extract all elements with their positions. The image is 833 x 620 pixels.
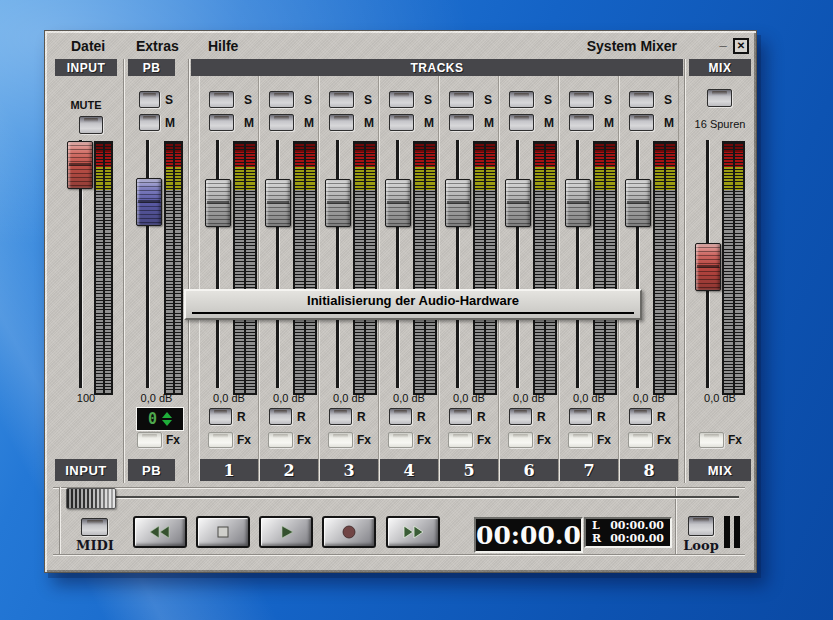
fx-button[interactable] — [328, 432, 353, 448]
fx-button[interactable] — [448, 432, 473, 448]
mute-button[interactable] — [79, 116, 103, 134]
record-arm-button[interactable] — [509, 408, 532, 425]
track-fader-handle[interactable] — [265, 179, 291, 227]
fx-button[interactable] — [699, 432, 724, 448]
solo-button[interactable] — [389, 91, 414, 108]
solo-button[interactable] — [629, 91, 654, 108]
stop-button[interactable] — [196, 516, 250, 548]
pb-fader-handle[interactable] — [136, 178, 162, 226]
track-fader-handle[interactable] — [565, 179, 591, 227]
mute-label: M — [604, 116, 614, 130]
track-fader-handle[interactable] — [445, 179, 471, 227]
track-db-label: 0,0 dB — [199, 392, 259, 404]
pb-spinner-value: 0 — [148, 410, 157, 428]
record-arm-label: R — [297, 410, 306, 424]
mute-button[interactable] — [139, 114, 160, 131]
record-icon — [336, 524, 362, 540]
solo-button[interactable] — [209, 91, 234, 108]
track-strip: S M 0,0 dB R Fx 5 — [439, 76, 499, 481]
track-strip: S M 0,0 dB R Fx 6 — [499, 76, 559, 481]
track-number: 4 — [380, 459, 438, 481]
record-button[interactable] — [322, 516, 376, 548]
track-db-label: 0,0 dB — [259, 392, 319, 404]
solo-label: S — [544, 93, 552, 107]
midi-button[interactable] — [81, 518, 108, 536]
mix-fader-handle[interactable] — [695, 243, 721, 291]
track-fader-handle[interactable] — [625, 179, 651, 227]
mute-button[interactable] — [449, 114, 474, 131]
play-icon — [273, 524, 299, 540]
mute-label: M — [484, 116, 494, 130]
fx-button[interactable] — [628, 432, 653, 448]
solo-button[interactable] — [269, 91, 294, 108]
solo-label: S — [165, 93, 173, 107]
time-display: 00:00.0 — [474, 517, 583, 553]
play-button[interactable] — [259, 516, 313, 548]
record-arm-button[interactable] — [449, 408, 472, 425]
track-fader-handle[interactable] — [205, 179, 231, 227]
rewind-button[interactable] — [133, 516, 187, 548]
record-arm-label: R — [417, 410, 426, 424]
menu-extras[interactable]: Extras — [136, 38, 179, 54]
mute-button[interactable] — [329, 114, 354, 131]
menu-datei[interactable]: Datei — [71, 38, 105, 54]
record-arm-button[interactable] — [389, 408, 412, 425]
pb-spinner-arrows[interactable] — [162, 412, 172, 426]
mix-button[interactable] — [707, 89, 732, 107]
fx-button[interactable] — [568, 432, 593, 448]
solo-label: S — [244, 93, 252, 107]
input-fader-handle[interactable] — [67, 141, 93, 189]
fx-label: Fx — [597, 433, 611, 447]
mute-label: MUTE — [55, 99, 117, 111]
fx-button[interactable] — [508, 432, 533, 448]
record-arm-button[interactable] — [329, 408, 352, 425]
mute-button[interactable] — [509, 114, 534, 131]
pb-db-label: 0,0 dB — [128, 392, 185, 404]
solo-button[interactable] — [329, 91, 354, 108]
track-fader-handle[interactable] — [505, 179, 531, 227]
menu-hilfe[interactable]: Hilfe — [208, 38, 238, 54]
mute-label: M — [244, 116, 254, 130]
solo-button[interactable] — [139, 91, 160, 108]
loop-button[interactable] — [688, 516, 714, 536]
l-label: L — [592, 520, 600, 532]
mute-button[interactable] — [389, 114, 414, 131]
r-time: 00:00.00 — [610, 533, 664, 545]
fx-button[interactable] — [388, 432, 413, 448]
solo-button[interactable] — [449, 91, 474, 108]
midi-slider-handle[interactable] — [66, 488, 116, 509]
record-arm-button[interactable] — [569, 408, 592, 425]
loop-indicator-bars — [724, 516, 740, 548]
spin-up-icon[interactable] — [162, 412, 172, 418]
solo-button[interactable] — [509, 91, 534, 108]
close-button[interactable]: ✕ — [733, 38, 749, 54]
fx-label: Fx — [657, 433, 671, 447]
track-db-label: 0,0 dB — [499, 392, 559, 404]
record-arm-button[interactable] — [629, 408, 652, 425]
mute-button[interactable] — [209, 114, 234, 131]
indicator-bar — [734, 516, 740, 548]
solo-button[interactable] — [569, 91, 594, 108]
mute-button[interactable] — [629, 114, 654, 131]
fx-button[interactable] — [137, 432, 162, 448]
mute-button[interactable] — [569, 114, 594, 131]
record-arm-button[interactable] — [209, 408, 232, 425]
level-meter — [413, 141, 437, 395]
status-message: Initialisierung der Audio-Hardware — [307, 293, 519, 308]
header-tracks: TRACKS — [191, 59, 683, 76]
fx-label: Fx — [477, 433, 491, 447]
fx-button[interactable] — [208, 432, 233, 448]
track-fader-handle[interactable] — [385, 179, 411, 227]
divider — [684, 59, 686, 483]
minimize-button[interactable]: _ — [715, 33, 731, 51]
track-fader-handle[interactable] — [325, 179, 351, 227]
record-arm-button[interactable] — [269, 408, 292, 425]
spin-down-icon[interactable] — [162, 420, 172, 426]
mute-button[interactable] — [269, 114, 294, 131]
loop-label: Loop — [678, 538, 724, 553]
fx-button[interactable] — [268, 432, 293, 448]
record-arm-label: R — [357, 410, 366, 424]
r-label: R — [592, 533, 601, 545]
status-popup: Initialisierung der Audio-Hardware — [184, 289, 642, 320]
forward-button[interactable] — [386, 516, 440, 548]
